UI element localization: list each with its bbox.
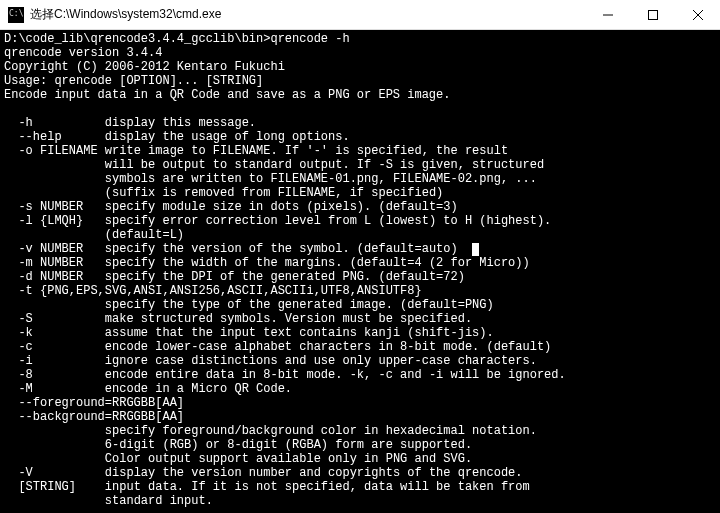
option-flag	[4, 158, 105, 172]
option-desc: symbols are written to FILENAME-01.png, …	[105, 172, 537, 186]
option-flag	[4, 186, 105, 200]
option-flag	[4, 228, 105, 242]
option-flag: -M	[4, 382, 105, 396]
option-line: -o FILENAME write image to FILENAME. If …	[4, 144, 508, 158]
option-flag: [STRING]	[4, 480, 105, 494]
option-line: -s NUMBER specify module size in dots (p…	[4, 200, 458, 214]
option-flag: -m NUMBER	[4, 256, 105, 270]
option-desc: specify the version of the symbol. (defa…	[105, 242, 458, 256]
option-line: -c encode lower-case alphabet characters…	[4, 340, 551, 354]
cmd-icon	[8, 7, 24, 23]
option-desc: make structured symbols. Version must be…	[105, 312, 472, 326]
option-line: -t {PNG,EPS,SVG,ANSI,ANSI256,ASCII,ASCII…	[4, 284, 422, 298]
text-cursor	[472, 243, 479, 256]
option-line: specify the type of the generated image.…	[4, 298, 494, 312]
option-desc: input data. If it is not specified, data…	[105, 480, 530, 494]
version-line: qrencode version 3.4.4	[4, 46, 162, 60]
cmd-window: 选择C:\Windows\system32\cmd.exe D:\code_li…	[0, 0, 720, 513]
console-output[interactable]: D:\code_lib\qrencode3.4.4_gcclib\bin>qre…	[0, 30, 720, 513]
option-line: -m NUMBER specify the width of the margi…	[4, 256, 530, 270]
option-desc: display the usage of long options.	[105, 130, 350, 144]
option-line: -M encode in a Micro QR Code.	[4, 382, 292, 396]
option-line: -h display this message.	[4, 116, 256, 130]
option-flag	[4, 438, 105, 452]
option-line: 6-digit (RGB) or 8-digit (RGBA) form are…	[4, 438, 472, 452]
option-desc: (default=L)	[105, 228, 184, 242]
option-flag: -V	[4, 466, 105, 480]
option-flag: --background=RRGGBB[AA]	[4, 410, 184, 424]
option-line: -S make structured symbols. Version must…	[4, 312, 472, 326]
option-desc: 6-digit (RGB) or 8-digit (RGBA) form are…	[105, 438, 472, 452]
option-line: -i ignore case distinctions and use only…	[4, 354, 537, 368]
option-flag: -o FILENAME	[4, 144, 105, 158]
option-desc: specify error correction level from L (l…	[105, 214, 551, 228]
prompt-line: D:\code_lib\qrencode3.4.4_gcclib\bin>qre…	[4, 32, 350, 46]
option-flag: -s NUMBER	[4, 200, 105, 214]
option-desc: standard input.	[105, 494, 213, 508]
option-line: standard input.	[4, 494, 213, 508]
svg-rect-1	[648, 10, 657, 19]
option-desc: encode in a Micro QR Code.	[105, 382, 292, 396]
option-flag	[4, 172, 105, 186]
option-desc: will be output to standard output. If -S…	[105, 158, 544, 172]
option-flag	[4, 452, 105, 466]
option-desc: display the version number and copyright…	[105, 466, 523, 480]
option-line: --background=RRGGBB[AA]	[4, 410, 184, 424]
option-line: -k assume that the input text contains k…	[4, 326, 494, 340]
option-desc: encode entire data in 8-bit mode. -k, -c…	[105, 368, 566, 382]
option-desc: display this message.	[105, 116, 256, 130]
option-flag: -i	[4, 354, 105, 368]
titlebar[interactable]: 选择C:\Windows\system32\cmd.exe	[0, 0, 720, 30]
option-desc: specify the DPI of the generated PNG. (d…	[105, 270, 465, 284]
option-line: -V display the version number and copyri…	[4, 466, 523, 480]
window-title: 选择C:\Windows\system32\cmd.exe	[30, 6, 585, 23]
close-icon	[693, 10, 703, 20]
option-flag: -h	[4, 116, 105, 130]
copyright-line: Copyright (C) 2006-2012 Kentaro Fukuchi	[4, 60, 285, 74]
option-flag	[4, 424, 105, 438]
option-desc: Color output support available only in P…	[105, 452, 472, 466]
maximize-icon	[648, 10, 658, 20]
option-desc: specify foreground/background color in h…	[105, 424, 537, 438]
option-flag: -l {LMQH}	[4, 214, 105, 228]
option-flag: -8	[4, 368, 105, 382]
option-line: Color output support available only in P…	[4, 452, 472, 466]
minimize-button[interactable]	[585, 0, 630, 30]
option-flag	[4, 494, 105, 508]
option-desc: specify the type of the generated image.…	[105, 298, 494, 312]
option-desc: ignore case distinctions and use only up…	[105, 354, 537, 368]
option-line: --help display the usage of long options…	[4, 130, 350, 144]
option-desc: encode lower-case alphabet characters in…	[105, 340, 551, 354]
usage-line: Usage: qrencode [OPTION]... [STRING]	[4, 74, 263, 88]
option-desc: assume that the input text contains kanj…	[105, 326, 494, 340]
maximize-button[interactable]	[630, 0, 675, 30]
option-line: (suffix is removed from FILENAME, if spe…	[4, 186, 443, 200]
option-flag: -v NUMBER	[4, 242, 105, 256]
option-line: specify foreground/background color in h…	[4, 424, 537, 438]
option-flag: -d NUMBER	[4, 270, 105, 284]
option-desc: specify the width of the margins. (defau…	[105, 256, 530, 270]
option-flag: -t {PNG,EPS,SVG,ANSI,ANSI256,ASCII,ASCII…	[4, 284, 422, 298]
close-button[interactable]	[675, 0, 720, 30]
option-flag: --foreground=RRGGBB[AA]	[4, 396, 184, 410]
option-line: -d NUMBER specify the DPI of the generat…	[4, 270, 465, 284]
option-desc: write image to FILENAME. If '-' is speci…	[105, 144, 508, 158]
option-line: [STRING] input data. If it is not specif…	[4, 480, 530, 494]
option-line: -v NUMBER specify the version of the sym…	[4, 242, 479, 256]
option-flag: -k	[4, 326, 105, 340]
option-line: -l {LMQH} specify error correction level…	[4, 214, 551, 228]
option-line: (default=L)	[4, 228, 184, 242]
option-line: will be output to standard output. If -S…	[4, 158, 544, 172]
option-line: symbols are written to FILENAME-01.png, …	[4, 172, 537, 186]
option-desc: (suffix is removed from FILENAME, if spe…	[105, 186, 443, 200]
summary-line: Encode input data in a QR Code and save …	[4, 88, 450, 102]
option-flag: --help	[4, 130, 105, 144]
option-flag: -S	[4, 312, 105, 326]
option-flag	[4, 298, 105, 312]
minimize-icon	[603, 10, 613, 20]
option-flag: -c	[4, 340, 105, 354]
window-controls	[585, 0, 720, 30]
option-line: --foreground=RRGGBB[AA]	[4, 396, 184, 410]
option-desc: specify module size in dots (pixels). (d…	[105, 200, 458, 214]
options-block: -h display this message. --help display …	[4, 116, 566, 508]
